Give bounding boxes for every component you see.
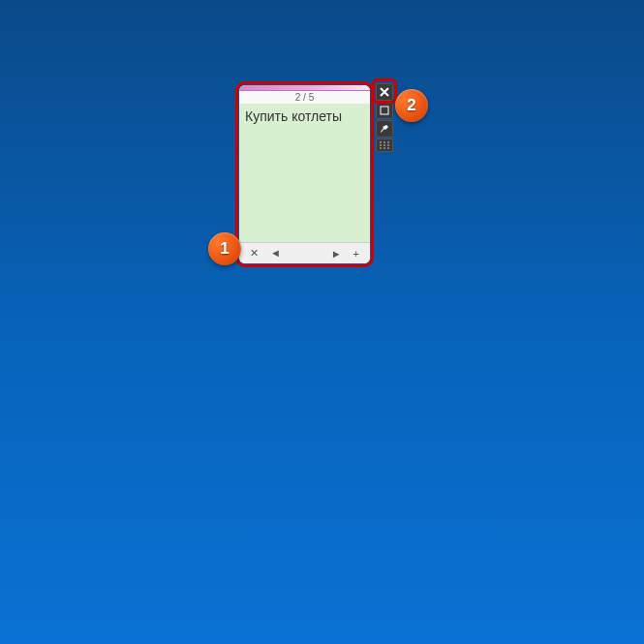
note-content[interactable]: Купить котлеты: [239, 104, 370, 242]
prev-note-button[interactable]: ◄: [267, 247, 284, 260]
drag-gadget-handle[interactable]: [376, 138, 393, 152]
callout-badge-2: 2: [395, 89, 428, 122]
resize-icon: [380, 106, 389, 115]
gadget-side-controls: [376, 83, 393, 152]
callout-badge-1: 1: [208, 232, 241, 265]
note-footer: ✕ ◄ ► +: [239, 242, 370, 263]
resize-gadget-button[interactable]: [376, 102, 393, 119]
wrench-icon: [380, 124, 389, 134]
sticky-note-gadget: 2 / 5 Купить котлеты ✕ ◄ ► +: [235, 81, 374, 267]
gadget-body: 2 / 5 Купить котлеты ✕ ◄ ► +: [239, 85, 370, 263]
add-note-button[interactable]: +: [351, 248, 362, 260]
page-indicator: 2 / 5: [239, 91, 370, 104]
footer-left-group: ✕ ◄: [247, 247, 284, 260]
close-icon: [380, 87, 389, 97]
drag-dots-row: [380, 147, 389, 149]
drag-dots-row: [380, 141, 389, 143]
settings-gadget-button[interactable]: [376, 120, 393, 138]
svg-rect-0: [381, 107, 388, 114]
drag-dots-row: [380, 144, 389, 146]
delete-note-button[interactable]: ✕: [247, 247, 261, 260]
next-note-button[interactable]: ►: [328, 248, 345, 260]
close-gadget-button[interactable]: [376, 83, 393, 101]
footer-right-group: ► +: [328, 248, 362, 260]
